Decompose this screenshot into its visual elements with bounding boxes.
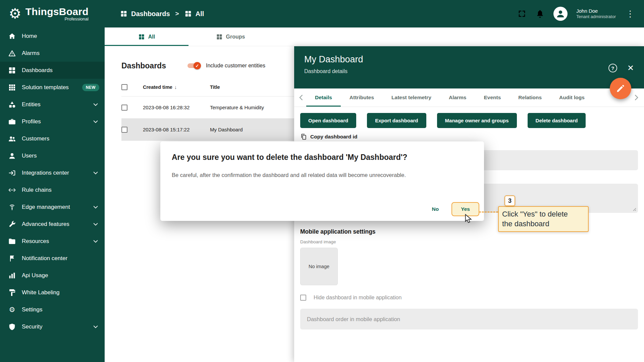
chevron-down-icon: [92, 118, 99, 125]
select-all-checkbox[interactable]: [121, 84, 127, 90]
tab-groups-label: Groups: [226, 34, 245, 40]
sidebar-item-profiles[interactable]: Profiles: [0, 113, 105, 130]
drawer-subtitle: Dashboard details: [304, 68, 634, 74]
tab-events[interactable]: Events: [475, 88, 510, 107]
sidebar-item-security[interactable]: Security: [0, 318, 105, 335]
tab-details[interactable]: Details: [306, 88, 341, 107]
close-icon[interactable]: ✕: [627, 64, 634, 72]
tabs-scroll-left-icon[interactable]: [297, 93, 306, 102]
delete-dashboard-button[interactable]: Delete dashboard: [528, 113, 586, 128]
sidebar-label: Alarms: [22, 50, 99, 57]
tab-alarms[interactable]: Alarms: [440, 88, 475, 107]
copy-icon: [300, 133, 307, 140]
sidebar-item-integrations-center[interactable]: Integrations center: [0, 164, 105, 181]
help-icon[interactable]: ?: [608, 64, 617, 72]
hide-dashboard-label: Hide dashboard in mobile application: [314, 295, 401, 301]
sidebar-label: Security: [22, 323, 86, 330]
tab-groups[interactable]: Groups: [189, 27, 272, 46]
avatar-person-icon: [555, 9, 566, 19]
sidebar-item-settings[interactable]: ⚙ Settings: [0, 301, 105, 318]
sidebar-label: Settings: [22, 306, 99, 313]
app-logo[interactable]: ⚙ ThingsBoard Professional: [0, 6, 105, 21]
sidebar-item-advanced-features[interactable]: Advanced features: [0, 216, 105, 233]
column-created-time[interactable]: Created time ↓: [143, 84, 210, 90]
sidebar-item-solution-templates[interactable]: Solution templates NEW: [0, 79, 105, 96]
api-usage-chart-icon: [8, 272, 16, 280]
rule-chains-code-icon: [8, 186, 16, 194]
dashboard-image-placeholder: No image: [300, 248, 338, 285]
annotation-step-badge: 3: [504, 195, 515, 206]
more-vert-icon[interactable]: ⋮: [625, 9, 636, 19]
tab-latest-telemetry[interactable]: Latest telemetry: [383, 88, 440, 107]
alarms-warning-icon: [8, 49, 16, 57]
dialog-title: Are you sure you want to delete the dash…: [172, 153, 473, 162]
resize-handle-icon[interactable]: [632, 206, 636, 211]
export-dashboard-button[interactable]: Export dashboard: [367, 113, 426, 128]
manage-owner-groups-button[interactable]: Manage owner and groups: [437, 113, 517, 128]
breadcrumb-all[interactable]: All: [184, 10, 204, 18]
copy-dashboard-id-label: Copy dashboard id: [310, 134, 357, 140]
annotation-text-line1: Click "Yes" to delete: [502, 209, 585, 219]
chevron-down-icon: [92, 101, 99, 108]
row-created-time: 2023-08-08 16:28:32: [143, 105, 210, 110]
edit-fab-button[interactable]: [610, 78, 631, 99]
tab-attributes[interactable]: Attributes: [341, 88, 383, 107]
sidebar-item-home[interactable]: Home: [0, 27, 105, 45]
dashboard-order-input: Dashboard order in mobile application: [300, 309, 638, 329]
entity-tabs: All Groups: [105, 27, 644, 46]
row-created-time: 2023-08-08 15:17:22: [143, 127, 210, 132]
notification-flag-icon: [8, 254, 16, 262]
sidebar-label: Edge management: [22, 204, 86, 210]
annotation-callout: Click "Yes" to delete the dashboard: [498, 206, 589, 232]
dashboard-image-label: Dashboard image: [300, 239, 638, 244]
sidebar-label: Profiles: [22, 118, 86, 125]
sidebar-label: Advanced features: [22, 221, 86, 228]
sidebar-label: Notification center: [22, 255, 99, 262]
new-badge: NEW: [82, 84, 99, 91]
app-name: ThingsBoard: [25, 6, 89, 17]
sidebar-item-users[interactable]: Users: [0, 147, 105, 164]
drawer-header: My Dashboard Dashboard details ? ✕: [294, 46, 644, 88]
user-avatar[interactable]: [553, 7, 568, 21]
toggle-switch[interactable]: ✓: [187, 62, 201, 69]
sidebar-item-white-labeling[interactable]: White Labeling: [0, 284, 105, 301]
notifications-bell-icon[interactable]: [535, 9, 545, 18]
tab-relations[interactable]: Relations: [509, 88, 550, 107]
tab-all[interactable]: All: [105, 27, 189, 46]
fullscreen-icon[interactable]: [517, 9, 527, 18]
chevron-down-icon: [92, 169, 99, 177]
sidebar-item-api-usage[interactable]: Api Usage: [0, 267, 105, 284]
all-grid-icon: [138, 34, 145, 40]
row-checkbox[interactable]: [121, 127, 127, 133]
sidebar: Home Alarms Dashboards Solution template…: [0, 27, 105, 362]
table-title: Dashboards: [121, 61, 166, 70]
dashboards-grid-icon: [120, 10, 127, 17]
sidebar-item-edge-management[interactable]: Edge management: [0, 198, 105, 216]
tab-audit-logs[interactable]: Audit logs: [550, 88, 593, 107]
apps-grid-icon: [8, 83, 16, 92]
sidebar-item-entities[interactable]: Entities: [0, 96, 105, 113]
sidebar-item-rule-chains[interactable]: Rule chains: [0, 181, 105, 198]
groups-grid-icon: [216, 34, 223, 40]
sidebar-label: Users: [22, 153, 99, 159]
home-icon: [8, 32, 16, 40]
tabs-scroll-right-icon[interactable]: [632, 93, 641, 102]
topbar: ⚙ ThingsBoard Professional Dashboards > …: [0, 0, 644, 27]
copy-dashboard-id-button[interactable]: Copy dashboard id: [300, 133, 638, 140]
breadcrumb-dashboards[interactable]: Dashboards: [120, 10, 170, 18]
sidebar-item-dashboards[interactable]: Dashboards: [0, 62, 105, 79]
chevron-down-icon: [92, 221, 99, 228]
hide-dashboard-checkbox[interactable]: [300, 295, 306, 301]
sidebar-item-customers[interactable]: Customers: [0, 130, 105, 147]
open-dashboard-button[interactable]: Open dashboard: [300, 113, 356, 128]
sidebar-item-notification-center[interactable]: Notification center: [0, 250, 105, 267]
include-customer-entities-toggle[interactable]: ✓ Include customer entities: [187, 62, 265, 69]
annotation-text-line2: the dashboard: [502, 219, 585, 229]
drawer-actions: Open dashboard Export dashboard Manage o…: [300, 113, 638, 128]
no-button[interactable]: No: [425, 203, 446, 216]
delete-confirm-dialog: Are you sure you want to delete the dash…: [160, 141, 484, 221]
sidebar-item-resources[interactable]: Resources: [0, 233, 105, 250]
row-checkbox[interactable]: [121, 105, 127, 111]
sidebar-label: Entities: [22, 101, 86, 108]
sidebar-item-alarms[interactable]: Alarms: [0, 45, 105, 62]
